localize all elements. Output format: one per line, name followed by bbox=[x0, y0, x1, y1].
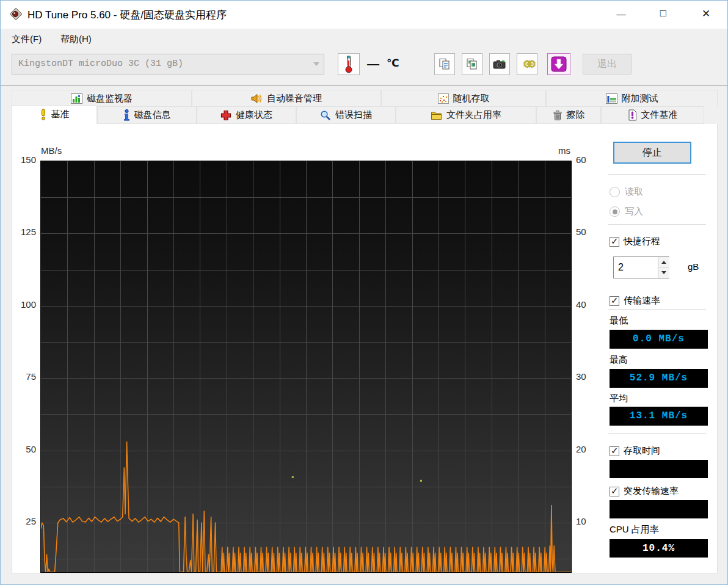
menu-file[interactable]: 文件(F) bbox=[8, 32, 45, 46]
short-stroke-spinner bbox=[613, 256, 669, 278]
divider bbox=[608, 224, 706, 225]
thermometer-icon bbox=[344, 55, 354, 73]
copy-image-button[interactable] bbox=[462, 53, 482, 75]
tab-disk-monitor[interactable]: 磁盘监视器 bbox=[12, 90, 192, 106]
tab-erase[interactable]: 擦除 bbox=[536, 106, 601, 124]
tab-file-benchmark[interactable]: 文件基准 bbox=[601, 106, 704, 124]
tab-label: 基准 bbox=[51, 109, 70, 120]
short-stroke-input[interactable] bbox=[614, 257, 658, 278]
temperature-value: — bbox=[367, 57, 379, 71]
exit-button[interactable]: 退出 bbox=[583, 54, 632, 74]
tab-error-scan[interactable]: 错误扫描 bbox=[296, 106, 396, 124]
transfer-rate-row[interactable]: 传输速率 bbox=[610, 295, 660, 307]
avg-value-display: 13.1 MB/s bbox=[610, 407, 708, 426]
y-right-tick: 40 bbox=[576, 299, 586, 310]
extra-tests-icon bbox=[606, 93, 617, 104]
y-left-unit: MB/s bbox=[41, 145, 62, 156]
random-access-icon bbox=[438, 93, 449, 104]
burst-rate-row[interactable]: 突发传输速率 bbox=[610, 485, 679, 497]
y-right-tick: 30 bbox=[576, 371, 586, 382]
burst-rate-checkbox[interactable] bbox=[610, 487, 619, 496]
min-value-display: 0.0 MB/s bbox=[610, 330, 708, 349]
read-radio[interactable] bbox=[610, 187, 620, 197]
tab-health[interactable]: 健康状态 bbox=[197, 106, 296, 124]
read-radio-row[interactable]: 读取 bbox=[610, 186, 643, 198]
close-button[interactable]: ✕ bbox=[692, 1, 720, 26]
tab-label: 健康状态 bbox=[236, 109, 272, 121]
gears-icon: ⚙⚙ bbox=[523, 58, 531, 71]
divider bbox=[608, 433, 706, 434]
chevron-down-icon bbox=[313, 62, 319, 66]
write-radio[interactable] bbox=[610, 206, 620, 217]
y-right-unit: ms bbox=[546, 145, 570, 156]
y-left-tick: 150 bbox=[9, 154, 36, 165]
tab-label: 附加测试 bbox=[622, 93, 658, 104]
spinner-buttons bbox=[658, 257, 669, 278]
tab-disk-info[interactable]: 磁盘信息 bbox=[97, 106, 197, 124]
divider bbox=[608, 174, 706, 175]
camera-icon bbox=[493, 59, 506, 70]
folder-icon bbox=[431, 110, 442, 120]
cpu-usage-display: 10.4% bbox=[610, 539, 708, 558]
y-right-tick: 60 bbox=[576, 154, 586, 165]
down-arrow-icon bbox=[551, 56, 567, 72]
copy-text-button[interactable] bbox=[434, 53, 455, 75]
y-right-tick: 20 bbox=[576, 444, 586, 454]
menu-help[interactable]: 帮助(H) bbox=[57, 32, 95, 46]
y-left-tick: 125 bbox=[9, 227, 36, 237]
tab-row-secondary: 磁盘监视器 自动噪音管理 随机存取 bbox=[12, 90, 718, 106]
tab-label: 文件基准 bbox=[641, 109, 678, 121]
cpu-usage-label: CPU 占用率 bbox=[610, 524, 659, 536]
transfer-rate-checkbox[interactable] bbox=[610, 296, 619, 306]
magnifier-icon bbox=[320, 110, 331, 121]
options-button[interactable]: ⚙⚙ bbox=[517, 53, 537, 75]
triangle-down-icon bbox=[661, 271, 666, 274]
temperature-unit: ℃ bbox=[387, 57, 399, 70]
y-right-tick: 10 bbox=[576, 516, 586, 526]
minimize-button[interactable]: — bbox=[607, 1, 635, 26]
window-title: HD Tune Pro 5.60 - 硬盘/固态硬盘实用程序 bbox=[27, 8, 227, 22]
copy-text-icon bbox=[439, 58, 451, 70]
health-cross-icon bbox=[220, 110, 231, 121]
short-stroke-row[interactable]: 快捷行程 bbox=[610, 236, 660, 247]
burst-rate-label: 突发传输速率 bbox=[624, 485, 679, 497]
save-results-button[interactable] bbox=[547, 53, 570, 75]
tab-label: 自动噪音管理 bbox=[267, 93, 322, 104]
screenshot-button[interactable] bbox=[489, 53, 510, 75]
min-label: 最低 bbox=[610, 315, 628, 327]
benchmark-controls: 停止 读取 写入 快捷行程 gB 传输速率 最低 0.0 bbox=[608, 140, 709, 561]
short-stroke-unit: gB bbox=[688, 261, 699, 272]
copy-image-icon bbox=[466, 58, 478, 70]
toolbar: KingstonDT microDuo 3C (31 gB) — ℃ bbox=[1, 48, 727, 85]
drive-select[interactable]: KingstonDT microDuo 3C (31 gB) bbox=[12, 54, 324, 74]
access-time-dot bbox=[292, 476, 294, 478]
tab-folder-usage[interactable]: 文件夹占用率 bbox=[396, 106, 536, 124]
disk-monitor-icon bbox=[71, 93, 82, 104]
access-time-checkbox[interactable] bbox=[610, 446, 619, 456]
access-time-row[interactable]: 存取时间 bbox=[610, 445, 660, 457]
trash-icon bbox=[553, 110, 562, 121]
spin-up-button[interactable] bbox=[658, 257, 669, 267]
write-radio-row[interactable]: 写入 bbox=[610, 206, 643, 217]
stop-button[interactable]: 停止 bbox=[613, 142, 691, 164]
access-time-display bbox=[610, 460, 708, 478]
temperature-button[interactable] bbox=[338, 53, 360, 75]
tab-benchmark[interactable]: 基准 bbox=[12, 105, 97, 124]
y-left-tick: 25 bbox=[9, 516, 36, 526]
y-left-tick: 50 bbox=[9, 444, 36, 454]
tab-random-access[interactable]: 随机存取 bbox=[381, 90, 546, 106]
tab-label: 错误扫描 bbox=[335, 109, 372, 121]
short-stroke-label: 快捷行程 bbox=[624, 236, 660, 247]
transfer-rate-label: 传输速率 bbox=[624, 295, 660, 307]
short-stroke-checkbox[interactable] bbox=[610, 237, 619, 247]
tab-noise-management[interactable]: 自动噪音管理 bbox=[192, 90, 381, 106]
spin-down-button[interactable] bbox=[658, 267, 669, 278]
read-radio-label: 读取 bbox=[625, 186, 643, 198]
tab-extra-tests[interactable]: 附加测试 bbox=[546, 90, 718, 106]
benchmark-chart bbox=[40, 161, 572, 573]
max-label: 最高 bbox=[610, 354, 628, 366]
maximize-button[interactable]: □ bbox=[649, 1, 677, 26]
y-right-tick: 50 bbox=[576, 227, 586, 237]
y-left-tick: 100 bbox=[9, 299, 36, 310]
tab-row-main: 基准 磁盘信息 健康状态 错误扫描 bbox=[12, 106, 718, 124]
